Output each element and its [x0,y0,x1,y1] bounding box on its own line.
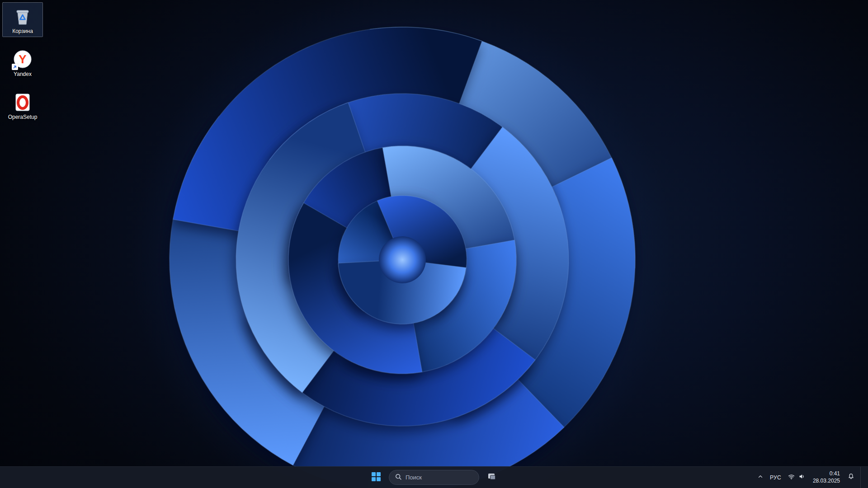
windows-start-icon [371,472,381,483]
bell-icon [847,473,855,482]
desktop-icon-grid: Корзина Y Yandex [2,2,43,122]
task-view-icon [487,472,497,483]
taskbar: РУС [0,466,868,488]
taskbar-center-group [367,467,501,488]
shortcut-arrow-icon [12,64,18,70]
clock-date: 28.03.2025 [813,478,840,485]
clock-time: 0:41 [830,470,840,478]
notification-center-button[interactable] [844,469,858,487]
search-input[interactable] [406,474,469,481]
yandex-browser-icon: Y [12,48,33,70]
clock[interactable]: 0:41 28.03.2025 [809,469,844,487]
language-indicator[interactable]: РУС [767,469,784,487]
desktop-icon-yandex[interactable]: Y Yandex [2,45,43,80]
desktop-icon-recycle-bin[interactable]: Корзина [2,2,43,37]
wallpaper-bloom [0,0,868,488]
hidden-icons-button[interactable] [755,469,766,487]
search-icon [395,473,402,482]
wifi-icon [788,473,795,482]
language-label: РУС [770,474,781,481]
system-tray: РУС [755,467,868,488]
task-view-button[interactable] [483,469,501,487]
desktop-icon-opera-setup[interactable]: OperaSetup [2,88,43,123]
speaker-icon [798,473,806,482]
desktop-icon-label: Yandex [14,71,32,78]
show-desktop-button[interactable] [860,467,863,488]
network-volume-button[interactable] [785,469,808,487]
svg-text:Y: Y [19,52,26,66]
opera-setup-icon [12,91,33,113]
desktop-icon-label: OperaSetup [8,114,38,121]
start-button[interactable] [367,469,385,487]
desktop-icon-label: Корзина [12,28,33,35]
recycle-bin-icon [12,5,33,27]
desktop: Корзина Y Yandex [0,0,868,488]
chevron-up-icon [757,474,764,482]
taskbar-search[interactable] [389,470,479,485]
